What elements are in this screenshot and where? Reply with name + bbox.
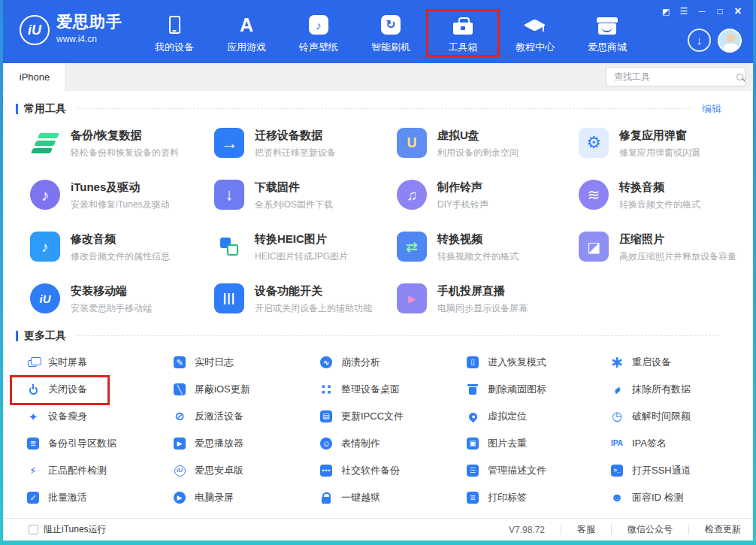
tool-compress-photos[interactable]: ◪压缩照片高效压缩照片并释放设备容量: [579, 230, 744, 265]
social-backup-icon: ⋯: [319, 464, 333, 477]
nav-label: 爱思商城: [588, 41, 627, 54]
status-link[interactable]: 检查更新: [705, 523, 741, 536]
tool-batch-activate[interactable]: ✓批量激活: [26, 484, 173, 511]
close-icon[interactable]: ×: [730, 5, 745, 18]
tool-device-switches[interactable]: |||设备功能开关开启或关闭设备上的辅助功能: [214, 282, 397, 316]
nav-item-ringtones-wallpapers[interactable]: ♪铃声壁纸: [283, 6, 355, 57]
tool-label: 备份引导区数据: [48, 437, 116, 450]
app-window: iU 爱思助手 www.i4.cn 我的设备A应用游戏♪铃声壁纸↻智能刷机工具箱…: [0, 0, 756, 545]
tool-label: 爱思播放器: [195, 437, 243, 450]
tool-title: 备份/恢复数据: [71, 129, 179, 142]
tool-image-dedupe[interactable]: ▣图片去重: [466, 430, 610, 457]
minimize-icon[interactable]: ─: [694, 5, 709, 18]
tool-convert-video[interactable]: ⇄转换视频转换视频文件的格式: [397, 230, 579, 265]
status-right: V7.98.72 客服微信公众号检查更新: [509, 523, 741, 536]
tool-block-ios-update[interactable]: ╲屏蔽iOS更新: [173, 376, 319, 403]
edit-link[interactable]: 编辑: [702, 102, 721, 116]
tool-subtitle: 修改音频文件的属性信息: [71, 250, 170, 263]
tool-subtitle: 开启或关闭设备上的辅助功能: [255, 302, 372, 315]
tool-live-screen[interactable]: 实时屏幕: [26, 349, 173, 376]
tool-crack-time-limit[interactable]: ◷破解时间限额: [610, 403, 744, 430]
tool-convert-heic[interactable]: 转换HEIC图片HEIC图片转成JPG图片: [214, 230, 397, 265]
tool-open-ssh[interactable]: >_打开SSH通道: [610, 457, 744, 484]
tool-virtual-location[interactable]: 虚拟定位: [466, 403, 610, 430]
tool-subtitle: 修复应用弹窗或闪退: [619, 147, 700, 159]
tool-screen-mirror[interactable]: ▶手机投屏直播电脑同步显示设备屏幕: [397, 282, 579, 316]
tool-organize-desktop[interactable]: ∷整理设备桌面: [319, 376, 466, 403]
tool-power-off-device[interactable]: 关闭设备: [26, 376, 173, 403]
section-divider: [77, 108, 691, 109]
tool-subtitle: 转换音频文件的格式: [619, 198, 700, 211]
tool-title: 手机投屏直播: [437, 284, 528, 298]
tool-subtitle: 高效压缩照片并释放设备容量: [619, 250, 736, 263]
maximize-icon[interactable]: □: [712, 5, 727, 18]
tool-update-ipcc[interactable]: ▤更新IPCC文件: [319, 403, 466, 430]
tool-download-firmware[interactable]: ↓下载固件全系列iOS固件下载: [214, 178, 397, 213]
tool-ipa-sign[interactable]: IPAIPA签名: [610, 430, 744, 457]
tool-device-slim[interactable]: ✦设备瘦身: [26, 403, 173, 430]
location-icon: [466, 410, 479, 423]
tool-delete-stubborn-icons[interactable]: 删除顽固图标: [466, 376, 610, 403]
status-link[interactable]: 客服: [577, 523, 595, 536]
tool-restart-device[interactable]: ∗重启设备: [610, 349, 744, 376]
tool-convert-audio[interactable]: ≋转换音频转换音频文件的格式: [579, 178, 744, 213]
tool-crash-analysis[interactable]: ∿崩溃分析: [319, 349, 466, 376]
logo-icon: iU: [20, 15, 50, 45]
tool-label: 管理描述文件: [488, 464, 546, 477]
tool-social-app-backup[interactable]: ⋯社交软件备份: [319, 457, 466, 484]
tool-subtitle: 把资料迁移至新设备: [255, 147, 336, 159]
print-icon: ≡: [466, 491, 479, 504]
tool-accessory-check[interactable]: ⚡正品配件检测: [26, 457, 173, 484]
tool-deactivate-device[interactable]: ⊘反激活设备: [173, 403, 319, 430]
tool-one-click-jailbreak[interactable]: 一键越狱: [319, 484, 466, 511]
tool-fix-app-popup[interactable]: ⚙修复应用弹窗修复应用弹窗或闪退: [579, 126, 744, 161]
recovery-icon: ▯: [466, 356, 479, 369]
block-itunes-checkbox[interactable]: [29, 525, 38, 534]
tool-live-log[interactable]: ✎实时日志: [173, 349, 319, 376]
firmware-icon: ↓: [214, 180, 244, 210]
user-avatar[interactable]: [718, 29, 742, 53]
screen-live-icon: [26, 356, 40, 369]
nav-item-toolbox[interactable]: 工具箱: [427, 6, 499, 57]
nav-item-apps-games[interactable]: A应用游戏: [210, 6, 283, 57]
tool-make-ringtone[interactable]: ♫制作铃声DIY手机铃声: [397, 178, 579, 213]
tab-bar: iPhone: [3, 63, 753, 91]
nav-item-smart-flash[interactable]: ↻智能刷机: [355, 6, 427, 57]
section-header-more: 更多工具: [16, 330, 744, 341]
tool-pc-record[interactable]: ▶电脑录屏: [173, 484, 319, 511]
tool-itunes-driver[interactable]: ♪iTunes及驱动安装和修复iTunes及驱动: [30, 178, 214, 213]
download-button[interactable]: ↓: [688, 29, 711, 52]
tab-iphone[interactable]: iPhone: [5, 63, 65, 91]
tool-edit-audio[interactable]: ♪修改音频修改音频文件的属性信息: [30, 230, 214, 265]
nav-item-my-devices[interactable]: 我的设备: [138, 6, 210, 57]
tool-label: 更新IPCC文件: [341, 410, 404, 423]
nav-item-i4-mall[interactable]: 爱思商城: [571, 6, 643, 57]
tool-virtual-usb[interactable]: U虚拟U盘利用设备的剩余空间: [397, 126, 579, 161]
theme-icon[interactable]: ◩: [658, 5, 673, 18]
tool-backup-boot-data[interactable]: ≣备份引导区数据: [26, 430, 173, 457]
status-link[interactable]: 微信公众号: [627, 523, 673, 536]
menu-icon[interactable]: ☰: [676, 5, 691, 18]
tool-enter-recovery[interactable]: ▯进入恢复模式: [466, 349, 610, 376]
tool-backup-restore[interactable]: 备份/恢复数据轻松备份和恢复设备的资料: [30, 126, 214, 161]
tool-migrate-data[interactable]: →迁移设备数据把资料迁移至新设备: [214, 126, 397, 161]
search-icon[interactable]: [736, 74, 743, 80]
tool-emoji-maker[interactable]: ☺表情制作: [319, 430, 466, 457]
tool-manage-profiles[interactable]: ☰管理描述文件: [466, 457, 610, 484]
nav-item-tutorial-center[interactable]: 教程中心: [499, 6, 571, 57]
trash-icon: [466, 383, 479, 396]
tool-install-mobile[interactable]: iU安装移动端安装爱思助手移动端: [30, 282, 214, 316]
tool-label: 正品配件检测: [48, 464, 107, 477]
tool-label: 抹除所有数据: [632, 383, 691, 396]
tool-faceid-check[interactable]: ☻面容ID 检测: [610, 484, 744, 511]
tool-erase-all-data[interactable]: ▰抹除所有数据: [610, 376, 744, 403]
toolbox-icon: [453, 14, 473, 36]
tool-label: 批量激活: [48, 491, 87, 504]
tool-i4-player[interactable]: ▶爱思播放器: [173, 430, 319, 457]
tool-label: 社交软件备份: [341, 464, 400, 477]
tool-print-label[interactable]: ≡打印标签: [466, 484, 610, 511]
search-input[interactable]: [612, 71, 732, 83]
ringtone-wall-icon: ♪: [309, 14, 328, 36]
batch-activate-icon: ✓: [26, 491, 40, 504]
tool-i4-android[interactable]: iU爱思安卓版: [173, 457, 319, 484]
